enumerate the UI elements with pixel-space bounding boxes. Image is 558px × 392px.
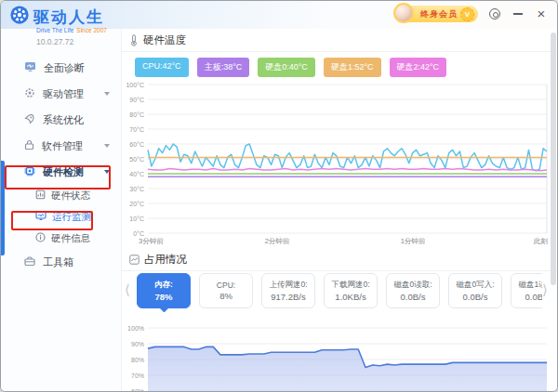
svg-text:80°C: 80°C bbox=[129, 111, 144, 118]
svg-text:3分钟前: 3分钟前 bbox=[139, 237, 164, 245]
carousel-next-icon[interactable]: ⟩ bbox=[542, 281, 548, 298]
temp-legend-chip: 硬盘1:52°C bbox=[324, 58, 381, 77]
app-brand: 驱动人生 Drive The LifeSince 2007 10.0.27.72 bbox=[9, 5, 107, 46]
usage-chart-icon bbox=[129, 255, 140, 265]
temp-legend-chip: 主板:38°C bbox=[197, 58, 250, 77]
svg-text:60°C: 60°C bbox=[129, 141, 144, 148]
status-doc-icon bbox=[35, 189, 46, 202]
app-version: 10.0.27.72 bbox=[36, 37, 107, 46]
svg-text:40°C: 40°C bbox=[129, 171, 144, 177]
temp-legend-chip: 硬盘2:42°C bbox=[390, 58, 447, 77]
svg-text:80%: 80% bbox=[131, 357, 144, 363]
usage-card-2[interactable]: 上传网速0: 917.2B/s bbox=[261, 273, 315, 308]
sidebar-item-0[interactable]: 全面诊断 bbox=[1, 55, 121, 81]
main-content: 硬件温度 CPU:42°C主板:38°C硬盘0:40°C硬盘1:52°C硬盘2:… bbox=[122, 29, 558, 392]
vip-medal-icon: V bbox=[460, 7, 474, 21]
sidebar-item-2[interactable]: 系统优化 bbox=[1, 107, 121, 133]
svg-text:60%: 60% bbox=[131, 388, 144, 392]
sidebar-item-4[interactable]: 硬件检测 bbox=[1, 159, 121, 185]
app-tagline: Drive The LifeSince 2007 bbox=[36, 27, 107, 33]
vertical-scrollbar-thumb[interactable] bbox=[551, 33, 556, 285]
usage-card-5[interactable]: 磁盘0写入: 0.0B/s bbox=[448, 273, 502, 308]
svg-text:30°C: 30°C bbox=[129, 186, 144, 192]
usage-card-6[interactable]: 磁盘1读取: 0.0B/s bbox=[511, 273, 542, 308]
svg-text:100%: 100% bbox=[127, 325, 144, 332]
svg-text:0°C: 0°C bbox=[133, 230, 144, 237]
chevron-down-icon bbox=[104, 92, 110, 96]
user-avatar[interactable] bbox=[393, 3, 414, 23]
usage-cards-carousel: 内存: 78%CPU: 8%上传网速0: 917.2B/s下载网速0: 1.0K… bbox=[137, 273, 542, 318]
chevron-down-icon bbox=[104, 170, 110, 174]
svg-text:2分钟前: 2分钟前 bbox=[265, 237, 290, 245]
sidebar-subitem-0[interactable]: 硬件状态 bbox=[1, 185, 121, 206]
sidebar: 全面诊断 驱动管理 系统优化 软件管理 硬件检测 硬件状态 运行监测 硬件信息 … bbox=[1, 29, 122, 392]
app-window: 驱动人生 Drive The LifeSince 2007 10.0.27.72… bbox=[0, 0, 558, 392]
temp-legend-chip: CPU:42°C bbox=[135, 58, 189, 77]
svg-text:90°C: 90°C bbox=[129, 97, 144, 103]
svg-text:70%: 70% bbox=[131, 372, 144, 379]
usage-card-3[interactable]: 下载网速0: 1.0KB/s bbox=[324, 273, 378, 308]
section-header-temperature: 硬件温度 bbox=[122, 29, 558, 52]
chevron-down-icon bbox=[104, 144, 110, 148]
toolbox-icon bbox=[24, 256, 35, 268]
section-header-usage: 占用情况 bbox=[122, 248, 558, 271]
sidebar-item-1[interactable]: 驱动管理 bbox=[1, 81, 121, 107]
selected-card-pointer bbox=[159, 303, 168, 312]
rocket-icon bbox=[24, 113, 35, 126]
usage-card-1[interactable]: CPU: 8% bbox=[199, 273, 253, 308]
carousel-prev-icon[interactable]: ⟨ bbox=[125, 281, 130, 298]
svg-text:20°C: 20°C bbox=[129, 201, 144, 207]
vip-badge[interactable]: 终身会员 V bbox=[396, 6, 478, 22]
chip-icon bbox=[24, 165, 35, 178]
svg-text:90%: 90% bbox=[131, 341, 144, 347]
close-button[interactable]: × bbox=[535, 7, 548, 21]
thermometer-icon bbox=[129, 34, 139, 46]
info-circle-icon bbox=[35, 232, 46, 244]
sidebar-item-5[interactable]: 工具箱 bbox=[1, 249, 121, 275]
svg-text:1分钟前: 1分钟前 bbox=[401, 237, 426, 245]
svg-text:100°C: 100°C bbox=[126, 82, 144, 88]
vip-label: 终身会员 bbox=[420, 8, 458, 20]
temperature-chart: 0°C10°C20°C30°C40°C50°C60°C70°C80°C90°C1… bbox=[122, 77, 554, 246]
sidebar-item-3[interactable]: 软件管理 bbox=[1, 133, 121, 159]
minimize-button[interactable] bbox=[512, 7, 525, 21]
svg-text:50°C: 50°C bbox=[129, 156, 144, 163]
svg-text:70°C: 70°C bbox=[129, 126, 144, 133]
sidebar-subitem-1[interactable]: 运行监测 bbox=[1, 206, 121, 228]
sidebar-subitem-2[interactable]: 硬件信息 bbox=[1, 228, 121, 249]
monitor-chart-icon bbox=[35, 211, 46, 223]
app-title: 驱动人生 bbox=[33, 7, 104, 28]
sidebar-menu: 全面诊断 驱动管理 系统优化 软件管理 硬件检测 硬件状态 运行监测 硬件信息 … bbox=[1, 55, 121, 275]
svg-text:10°C: 10°C bbox=[129, 216, 144, 222]
settings-icon[interactable] bbox=[488, 7, 501, 21]
section-title-temperature: 硬件温度 bbox=[143, 33, 186, 47]
svg-text:此刻: 此刻 bbox=[533, 237, 549, 245]
temp-legend-chip: 硬盘0:40°C bbox=[258, 58, 315, 77]
usage-card-4[interactable]: 磁盘0读取: 0.0B/s bbox=[386, 273, 440, 308]
gear-icon bbox=[24, 87, 35, 100]
section-title-usage: 占用情况 bbox=[144, 253, 187, 267]
memory-usage-chart: 60%70%80%90%100% bbox=[122, 322, 554, 392]
lock-icon bbox=[24, 139, 34, 152]
usage-card-0[interactable]: 内存: 78% bbox=[137, 273, 191, 308]
diagnosis-monitor-icon bbox=[24, 61, 36, 74]
app-logo-gear-icon bbox=[9, 5, 30, 29]
temperature-legend: CPU:42°C主板:38°C硬盘0:40°C硬盘1:52°C硬盘2:42°C bbox=[135, 58, 446, 77]
